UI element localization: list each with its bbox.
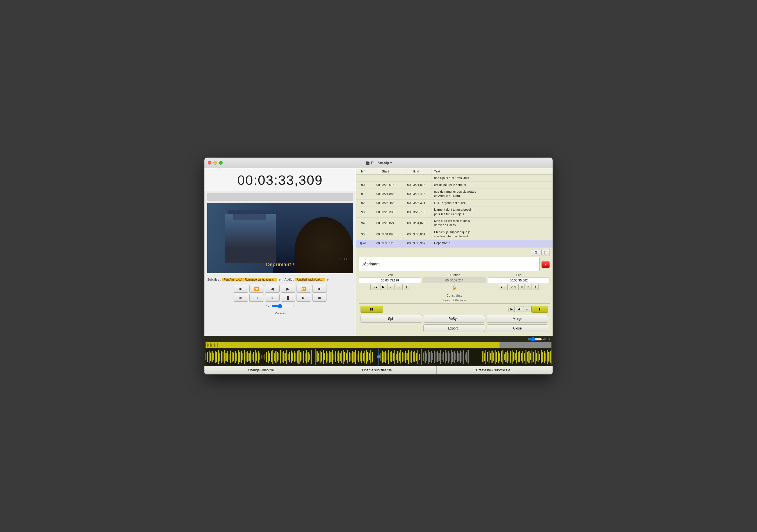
scrub-bar[interactable] bbox=[207, 193, 353, 201]
pause-btn[interactable]: ⏸ bbox=[265, 294, 280, 302]
start-play-btn[interactable]: ▶ bbox=[380, 284, 386, 290]
col-header-num: N° bbox=[356, 168, 370, 174]
svg-rect-171 bbox=[463, 350, 464, 364]
svg-rect-136 bbox=[408, 350, 409, 364]
start-left-btn[interactable]: ← bbox=[387, 284, 395, 290]
open-subtitles-button[interactable]: Open a subtitles file... bbox=[320, 366, 436, 374]
svg-rect-79 bbox=[317, 351, 318, 362]
subtitle-overlay: Déprimant ! bbox=[266, 262, 294, 268]
merge-button[interactable]: Merge bbox=[487, 315, 548, 323]
table-row[interactable]: 9500:03:31,09300:03:33,061Eh bien, je su… bbox=[356, 229, 553, 240]
table-row[interactable]: 9400:03:28,82400:03:31,025Mon futur est … bbox=[356, 218, 553, 229]
wf-play-btn[interactable]: ▶ bbox=[508, 306, 515, 312]
svg-rect-31 bbox=[239, 352, 240, 362]
speed-slider[interactable] bbox=[272, 304, 294, 308]
end-left2-btn[interactable]: ◁ bbox=[518, 284, 525, 290]
table-row[interactable]: des bijoux aux États-Unis bbox=[356, 175, 553, 181]
svg-rect-122 bbox=[387, 353, 387, 360]
svg-rect-135 bbox=[407, 353, 408, 360]
subtitle-table[interactable]: N° Start End Text des bijoux aux États-U… bbox=[356, 168, 553, 247]
chevron-down-icon[interactable]: ▾ bbox=[390, 161, 392, 164]
svg-rect-43 bbox=[258, 351, 259, 362]
td-text: est un peu plus sérieux bbox=[432, 182, 553, 188]
waveform-right-btn[interactable]: ▮ bbox=[531, 306, 548, 313]
svg-rect-139 bbox=[413, 352, 413, 361]
wf-back-btn[interactable]: ◀ bbox=[516, 306, 522, 312]
export-button[interactable]: Export... bbox=[423, 325, 485, 332]
close-button[interactable]: Close bbox=[487, 325, 548, 332]
play-btn[interactable]: ▶ bbox=[281, 285, 295, 293]
waveform-main[interactable] bbox=[205, 349, 552, 364]
end-right-btn[interactable]: ▷ bbox=[526, 284, 532, 290]
next-sub-btn[interactable]: ⏭ bbox=[312, 294, 327, 302]
delete-subtitle-btn[interactable]: ✕ bbox=[541, 261, 550, 268]
next-sub-start-btn[interactable]: ▶| bbox=[296, 294, 311, 302]
start-plus-btn[interactable]: ⟫ bbox=[404, 284, 409, 290]
resync-button[interactable]: ReSync bbox=[424, 315, 485, 323]
svg-rect-21 bbox=[224, 350, 225, 363]
svg-rect-47 bbox=[264, 354, 265, 360]
svg-rect-17 bbox=[218, 350, 219, 364]
end-go-btn[interactable]: ●→ bbox=[499, 284, 508, 290]
step-back-btn[interactable]: ◀ bbox=[265, 285, 280, 293]
frame-step-btn[interactable]: ▐▌ bbox=[281, 294, 295, 302]
svg-rect-156 bbox=[440, 350, 441, 364]
change-video-button[interactable]: Change video file... bbox=[204, 366, 320, 374]
edit-note-btn[interactable]: 📋 bbox=[541, 249, 550, 256]
end-right2-btn[interactable]: ⟫ bbox=[533, 284, 538, 290]
timeline-mini[interactable] bbox=[205, 342, 552, 348]
svg-rect-54 bbox=[275, 351, 276, 363]
svg-rect-158 bbox=[443, 352, 444, 362]
waveform-left-btn[interactable]: ▮▮ bbox=[360, 306, 383, 313]
constraints-link[interactable]: Constraints bbox=[359, 293, 550, 298]
svg-rect-207 bbox=[531, 351, 532, 363]
svg-rect-92 bbox=[337, 353, 338, 361]
split-button[interactable]: Split bbox=[360, 315, 422, 323]
table-row[interactable]: 9300:03:26,38800:03:28,756L'argent dont … bbox=[356, 206, 553, 218]
svg-rect-177 bbox=[485, 350, 486, 364]
svg-rect-53 bbox=[274, 353, 275, 361]
svg-rect-173 bbox=[466, 352, 467, 362]
table-row[interactable]: 9000:03:20,61500:03:21,816est un peu plu… bbox=[356, 182, 553, 188]
rewind-btn[interactable]: ⏪ bbox=[249, 285, 264, 293]
td-num: 92 bbox=[356, 200, 370, 206]
svg-rect-183 bbox=[495, 350, 496, 364]
skip-to-end-btn[interactable]: ⏭ bbox=[312, 285, 327, 293]
svg-rect-195 bbox=[513, 352, 514, 361]
waveform-svg bbox=[205, 349, 552, 364]
end-left-btn[interactable]: ◁◁ bbox=[509, 284, 517, 290]
close-button[interactable] bbox=[208, 161, 211, 165]
timing-row: Start →● ▶ ← → ⟫ Duration bbox=[359, 273, 550, 291]
table-row[interactable]: 9200:03:24,48600:03:26,321Oui, l'argent … bbox=[356, 200, 553, 206]
table-row[interactable]: 9600:03:33,12800:03:35,362Déprimant ! bbox=[356, 240, 553, 247]
end-input[interactable] bbox=[488, 277, 550, 283]
svg-rect-217 bbox=[547, 350, 548, 364]
table-row[interactable]: 9100:03:21,88400:03:24,418que de ramener… bbox=[356, 188, 553, 200]
svg-rect-98 bbox=[346, 353, 347, 360]
td-num: 93 bbox=[356, 206, 370, 217]
wf-right-btn[interactable]: → bbox=[523, 306, 530, 312]
fast-forward-btn[interactable]: ⏩ bbox=[296, 285, 311, 293]
delete-row-btn[interactable]: 🗑 bbox=[532, 249, 540, 256]
skip-to-start-btn[interactable]: ⏮ bbox=[234, 285, 248, 293]
svg-rect-205 bbox=[529, 351, 530, 362]
start-right-btn[interactable]: → bbox=[396, 284, 403, 290]
svg-rect-130 bbox=[399, 353, 400, 361]
svg-rect-62 bbox=[288, 354, 288, 360]
prev-frame-btn[interactable]: ⏮| bbox=[249, 294, 264, 302]
audio-file-tag[interactable]: Untitled track (Unk.... bbox=[295, 278, 325, 281]
subtitle-edit-field[interactable]: Déprimant ! bbox=[359, 257, 540, 271]
svg-rect-72 bbox=[303, 351, 304, 362]
start-go-btn[interactable]: →● bbox=[370, 284, 379, 290]
minimize-button[interactable] bbox=[213, 161, 217, 165]
maximize-button[interactable] bbox=[219, 161, 223, 165]
prev-sub-btn[interactable]: ⏮ bbox=[234, 294, 248, 302]
create-subtitle-button[interactable]: Create new subtitle file... bbox=[437, 366, 553, 374]
zoom-slider[interactable] bbox=[528, 337, 542, 342]
svg-rect-34 bbox=[244, 350, 245, 364]
start-input[interactable] bbox=[359, 277, 421, 283]
subtitle-file-tag[interactable]: Pan Am - 1x14 - Romance Languages.srt bbox=[222, 278, 277, 281]
svg-rect-87 bbox=[329, 351, 330, 363]
svg-rect-20 bbox=[223, 352, 224, 361]
search-replace-link[interactable]: Search / Replace bbox=[359, 298, 550, 302]
